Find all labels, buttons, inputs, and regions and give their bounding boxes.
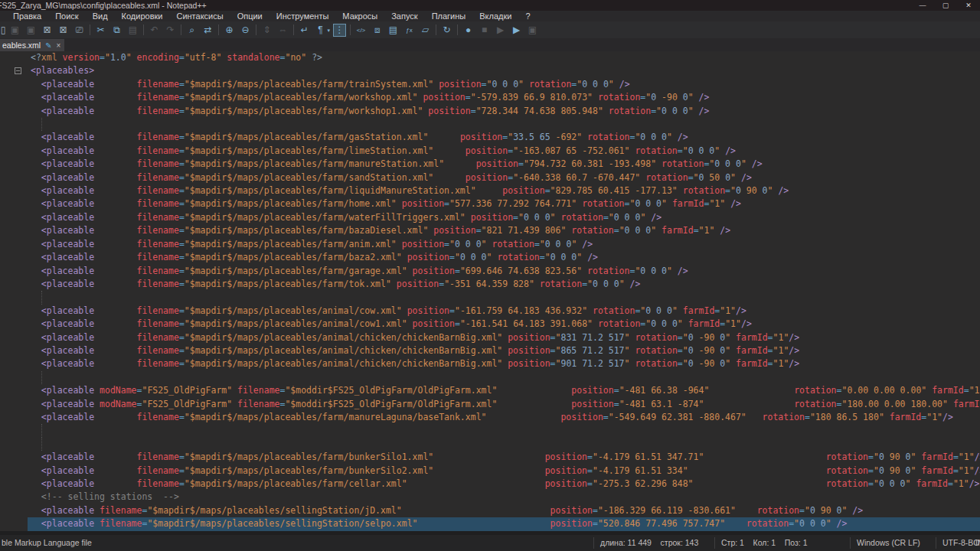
menu-item-6[interactable]: Инструменты xyxy=(270,11,336,21)
code-text: <placeable filename="$mapdir$/maps/place… xyxy=(31,238,593,251)
code-line-blank[interactable] xyxy=(0,291,980,304)
code-line[interactable]: <placeable filename="$mapdir$/maps/place… xyxy=(0,451,980,464)
code-line[interactable]: <placeable filename="$mapdir$/maps/place… xyxy=(0,465,980,478)
code-line[interactable]: <placeable filename="$mapdir$/maps/place… xyxy=(0,91,980,104)
find-icon[interactable]: ⌕ xyxy=(185,24,198,37)
save-icon[interactable]: ▣ xyxy=(8,24,21,37)
new-file-icon[interactable]: ▯ xyxy=(1,24,5,37)
code-line[interactable]: <placeable filename="$mapdir$/maps/place… xyxy=(0,478,980,491)
code-line[interactable]: <placeable filename="$mapdir$/maps/place… xyxy=(0,171,980,184)
indent-guide-icon[interactable]: ⋮ xyxy=(333,24,346,37)
menu-item-5[interactable]: Опции xyxy=(230,11,270,21)
status-insert-mode[interactable]: INS xyxy=(975,535,980,551)
function-list-icon[interactable]: ƒx xyxy=(403,24,416,37)
code-line[interactable]: <placeable filename="$mapdir$/maps/place… xyxy=(0,197,980,210)
code-line[interactable]: <placeable filename="$mapdir$/maps/place… xyxy=(0,78,980,91)
sync-scroll-v-icon[interactable]: ⇕ xyxy=(260,24,273,37)
menu-item-1[interactable]: Поиск xyxy=(48,11,85,21)
code-line[interactable]: <placeable filename="$mapdir$/maps/place… xyxy=(0,331,980,344)
code-line[interactable]: <placeable filename="$mapdir$/maps/place… xyxy=(0,265,980,278)
code-line[interactable]: <placeable filename="$mapdir$/maps/place… xyxy=(0,517,980,530)
menu-item-7[interactable]: Макросы xyxy=(335,11,384,21)
code-line[interactable]: <placeable modName="FS25_OldPigFarm" fil… xyxy=(0,384,980,397)
code-line[interactable]: <placeables> xyxy=(0,64,980,77)
replace-icon[interactable]: ⇄ xyxy=(201,24,214,37)
document-list-icon[interactable]: ▤ xyxy=(387,24,400,37)
record-macro-icon[interactable]: ● xyxy=(462,24,475,37)
menu-item-0[interactable]: Правка xyxy=(6,11,48,21)
editor-area[interactable]: <?xml version="1.0" encoding="utf-8" sta… xyxy=(0,51,980,531)
show-all-characters-icon[interactable]: ¶▾ xyxy=(314,24,327,37)
cut-icon[interactable]: ✂ xyxy=(94,24,107,37)
document-map-icon[interactable]: ⧈ xyxy=(371,24,384,37)
code-line[interactable]: <placeable filename="$mapdir$/maps/place… xyxy=(0,238,980,251)
code-line-blank[interactable] xyxy=(0,371,980,384)
code-line[interactable]: <placeable filename="$mapdir$/maps/place… xyxy=(0,131,980,144)
zoom-out-icon[interactable]: ⊖ xyxy=(239,24,252,37)
word-wrap-icon[interactable]: ↵ xyxy=(298,24,311,37)
monitoring-icon[interactable]: ↻ xyxy=(440,24,453,37)
code-line[interactable]: <placeable filename="$mapdir$/maps/place… xyxy=(0,224,980,237)
code-line-blank[interactable] xyxy=(0,424,980,437)
code-line[interactable]: <placeable filename="$mapdir$/maps/place… xyxy=(0,411,980,424)
syntax-code-icon[interactable]: </> xyxy=(354,24,368,37)
menu-item-4[interactable]: Синтаксисы xyxy=(169,11,230,21)
menu-item-8[interactable]: Запуск xyxy=(384,11,424,21)
run-macro-multiple-icon[interactable]: ▶ xyxy=(510,24,523,37)
code-line[interactable]: <placeable filename="$mapdir$/maps/place… xyxy=(0,145,980,158)
code-text: <placeable filename="$mapdir$/maps/place… xyxy=(31,131,688,144)
paste-icon[interactable]: ▤ xyxy=(126,24,139,37)
code-line[interactable]: <placeable filename="$mapdir$/maps/place… xyxy=(0,278,980,291)
minimize-button[interactable]: — xyxy=(911,0,934,11)
save-macro-icon[interactable]: ▣ xyxy=(526,24,539,37)
menu-item-9[interactable]: Плагины xyxy=(425,11,473,21)
code-text: <placeable filename="$mapdir$/maps/place… xyxy=(31,305,746,318)
play-macro-icon[interactable]: ▶ xyxy=(494,24,507,37)
tab-close-icon[interactable]: × xyxy=(57,41,61,50)
code-line[interactable]: <placeable filename="$mapdir$/maps/place… xyxy=(0,318,980,331)
fold-marker[interactable] xyxy=(15,67,21,74)
code-line-blank[interactable] xyxy=(0,438,980,451)
code-line[interactable]: <placeable filename="$mapdir$/maps/place… xyxy=(0,105,980,118)
code-line[interactable]: <placeable filename="$mapdir$/maps/place… xyxy=(0,211,980,224)
save-all-icon[interactable]: ▣ xyxy=(24,24,38,37)
menu-item-2[interactable]: Вид xyxy=(86,11,115,21)
code-line-blank[interactable] xyxy=(0,118,980,131)
code-line[interactable]: <placeable filename="$mapdir$/maps/place… xyxy=(0,504,980,517)
code-text: <placeable filename="$mapdir$/maps/place… xyxy=(31,251,598,264)
code-line[interactable]: <placeable filename="$mapdir$/maps/place… xyxy=(0,251,980,264)
menu-item-11[interactable]: ? xyxy=(518,11,537,21)
close-doc-icon[interactable]: ⊠ xyxy=(41,24,54,37)
code-line[interactable]: <placeable filename="$mapdir$/maps/place… xyxy=(0,184,980,197)
close-all-docs-icon[interactable]: ⊠ xyxy=(57,24,70,37)
toolbar-divider xyxy=(218,24,219,35)
folder-as-workspace-icon[interactable]: ▱ xyxy=(419,24,432,37)
dropdown-caret-icon[interactable]: ▾ xyxy=(327,28,330,34)
code-text: <placeable filename="$mapdir$/maps/place… xyxy=(31,478,980,491)
copy-icon[interactable]: ⧉ xyxy=(110,24,123,37)
code-line[interactable]: <placeable filename="$mapdir$/maps/place… xyxy=(0,305,980,318)
sync-scroll-h-icon[interactable]: ⇔ xyxy=(276,24,289,37)
status-length: длина: 11 449 строк: 143 xyxy=(600,535,698,551)
close-button[interactable]: ✕ xyxy=(957,0,980,11)
stop-macro-icon[interactable]: ■ xyxy=(478,24,491,37)
zoom-in-icon[interactable]: ⊕ xyxy=(223,24,236,37)
undo-icon[interactable]: ↶ xyxy=(148,24,161,37)
redo-icon[interactable]: ↷ xyxy=(164,24,177,37)
code-text: <placeable filename="$mapdir$/maps/place… xyxy=(31,145,736,158)
menu-item-3[interactable]: Кодировки xyxy=(115,11,170,21)
status-doctype: ble Markup Language file xyxy=(2,535,92,551)
code-line[interactable]: <?xml version="1.0" encoding="utf-8" sta… xyxy=(0,51,980,64)
code-line[interactable]: <placeable filename="$mapdir$/maps/place… xyxy=(0,344,980,357)
tab-placeables-xml[interactable]: eables.xml ✎ × xyxy=(0,39,64,51)
code-line[interactable]: <placeable modName="FS25_OldPigFarm" fil… xyxy=(0,398,980,411)
code-line[interactable]: <placeable filename="$mapdir$/maps/place… xyxy=(0,158,980,171)
code-line[interactable]: <!-- selling stations --> xyxy=(0,491,980,504)
code-line[interactable]: <placeable filename="$mapdir$/maps/place… xyxy=(0,357,980,370)
maximize-button[interactable]: ▢ xyxy=(934,0,957,11)
status-eol-format[interactable]: Windows (CR LF) xyxy=(857,535,920,551)
menu-item-10[interactable]: Вкладки xyxy=(472,11,518,21)
notepad-plus-plus-window: FS25_Zarya_MG\maps\config\placeables.xml… xyxy=(0,0,980,551)
print-icon[interactable]: ⎚ xyxy=(73,24,86,37)
status-encoding[interactable]: UTF-8-BOM xyxy=(942,535,980,551)
